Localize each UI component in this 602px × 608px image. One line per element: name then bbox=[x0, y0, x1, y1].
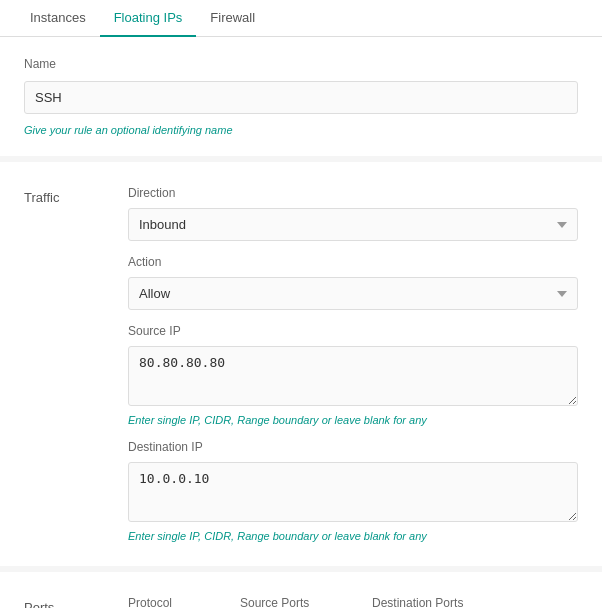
destination-ip-input[interactable]: 10.0.0.10 bbox=[128, 462, 578, 522]
direction-group: Direction Inbound Outbound bbox=[128, 186, 578, 241]
action-label: Action bbox=[128, 255, 578, 269]
traffic-section: Traffic Direction Inbound Outbound Actio… bbox=[0, 162, 602, 566]
source-ports-label: Source Ports bbox=[240, 596, 360, 608]
ports-row: Protocol TCP UDP ICMP Source Ports Desti… bbox=[128, 596, 578, 608]
ports-section: Ports Protocol TCP UDP ICMP Source Ports… bbox=[0, 572, 602, 608]
name-section: Name Give your rule an optional identify… bbox=[0, 37, 602, 156]
protocol-label: Protocol bbox=[128, 596, 228, 608]
tab-firewall[interactable]: Firewall bbox=[196, 0, 269, 37]
source-ip-label: Source IP bbox=[128, 324, 578, 338]
destination-ip-label: Destination IP bbox=[128, 440, 578, 454]
destination-ip-group: Destination IP 10.0.0.10 Enter single IP… bbox=[128, 440, 578, 542]
traffic-section-label: Traffic bbox=[24, 186, 104, 542]
name-label: Name bbox=[24, 57, 578, 71]
direction-label: Direction bbox=[128, 186, 578, 200]
source-ip-hint: Enter single IP, CIDR, Range boundary or… bbox=[128, 414, 578, 426]
destination-ip-hint: Enter single IP, CIDR, Range boundary or… bbox=[128, 530, 578, 542]
dest-ports-label: Destination Ports bbox=[372, 596, 578, 608]
traffic-fields: Direction Inbound Outbound Action Allow … bbox=[128, 186, 578, 542]
protocol-col: Protocol TCP UDP ICMP bbox=[128, 596, 228, 608]
action-group: Action Allow Deny bbox=[128, 255, 578, 310]
ports-fields: Protocol TCP UDP ICMP Source Ports Desti… bbox=[128, 596, 578, 608]
source-ip-input[interactable]: 80.80.80.80 bbox=[128, 346, 578, 406]
nav-tabs: Instances Floating IPs Firewall bbox=[0, 0, 602, 37]
tab-floating-ips[interactable]: Floating IPs bbox=[100, 0, 197, 37]
source-ports-col: Source Ports bbox=[240, 596, 360, 608]
dest-ports-col: Destination Ports bbox=[372, 596, 578, 608]
ports-section-label: Ports bbox=[24, 596, 104, 608]
name-hint: Give your rule an optional identifying n… bbox=[24, 124, 578, 136]
name-input[interactable] bbox=[24, 81, 578, 114]
source-ip-group: Source IP 80.80.80.80 Enter single IP, C… bbox=[128, 324, 578, 426]
direction-select[interactable]: Inbound Outbound bbox=[128, 208, 578, 241]
action-select[interactable]: Allow Deny bbox=[128, 277, 578, 310]
tab-instances[interactable]: Instances bbox=[16, 0, 100, 37]
